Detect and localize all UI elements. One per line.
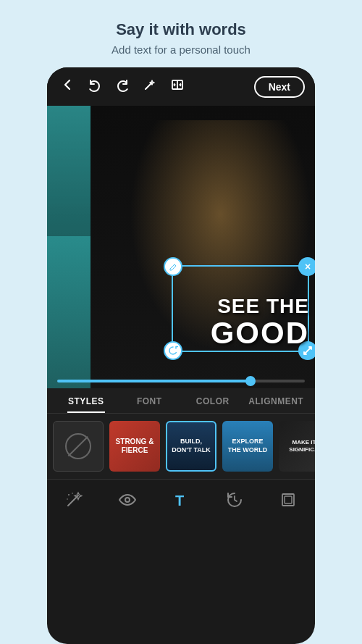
tab-alignment[interactable]: ALIGNMENT xyxy=(245,388,308,413)
preset-explore-label: EXPLORETHE WORLD xyxy=(228,438,268,454)
overlay-line1: SEE THE xyxy=(211,295,309,318)
preset-make-signific[interactable]: MAKE ITSIGNIFIC... xyxy=(279,421,315,472)
close-handle[interactable]: × xyxy=(298,257,315,276)
preset-build-label: BUILD,DON'T TALK xyxy=(172,438,210,454)
progress-slider[interactable] xyxy=(57,380,305,382)
presets-row: STRONG &FIERCE BUILD,DON'T TALK EXPLORET… xyxy=(47,414,315,479)
tab-color[interactable]: COLOR xyxy=(181,388,245,413)
back-icon[interactable] xyxy=(57,75,77,99)
preset-explore-world[interactable]: EXPLORETHE WORLD xyxy=(222,421,273,472)
image-area: × SEE THE GOOD xyxy=(47,106,315,388)
page-subtitle: Add text for a personal touch xyxy=(111,43,251,56)
tab-styles[interactable]: STYLES xyxy=(54,388,118,413)
history-button[interactable] xyxy=(208,487,261,513)
text-button[interactable]: T xyxy=(154,487,208,513)
edit-handle[interactable] xyxy=(164,257,182,276)
bottom-toolbar: T xyxy=(47,479,315,523)
phone-frame: Next × xyxy=(47,67,315,644)
tab-font[interactable]: FONT xyxy=(118,388,182,413)
page-title: Say it with words xyxy=(111,20,251,39)
svg-point-5 xyxy=(125,498,130,502)
preset-make-label: MAKE ITSIGNIFIC... xyxy=(289,439,315,454)
preset-none[interactable] xyxy=(53,421,104,472)
tabs-row: STYLES FONT COLOR ALIGNMENT xyxy=(47,388,315,414)
eye-button[interactable] xyxy=(101,487,154,513)
compare-icon[interactable] xyxy=(167,75,188,99)
preset-build-dont-talk[interactable]: BUILD,DON'T TALK xyxy=(166,421,216,472)
slider-thumb[interactable] xyxy=(245,376,256,386)
redo-icon[interactable] xyxy=(112,75,132,99)
undo-icon[interactable] xyxy=(85,75,105,99)
svg-point-4 xyxy=(67,498,68,500)
bottom-panel: STYLES FONT COLOR ALIGNMENT STRONG &FIER… xyxy=(47,388,315,523)
svg-text:T: T xyxy=(175,493,184,509)
overlay-line2: GOOD xyxy=(211,318,309,348)
next-button[interactable]: Next xyxy=(254,76,305,98)
top-bar: Next xyxy=(47,67,315,106)
preset-strong-fierce[interactable]: STRONG &FIERCE xyxy=(109,421,160,472)
svg-point-3 xyxy=(72,493,73,494)
no-style-icon xyxy=(65,433,91,459)
magic-icon[interactable] xyxy=(140,75,160,99)
preset-strong-label: STRONG &FIERCE xyxy=(116,438,154,455)
magic-wand-button[interactable] xyxy=(47,487,101,513)
text-overlay: SEE THE GOOD xyxy=(211,295,309,348)
svg-point-2 xyxy=(68,494,70,495)
page-header: Say it with words Add text for a persona… xyxy=(97,0,265,67)
rotate-handle[interactable] xyxy=(164,341,182,360)
svg-rect-8 xyxy=(285,496,292,503)
layers-button[interactable] xyxy=(261,487,315,513)
